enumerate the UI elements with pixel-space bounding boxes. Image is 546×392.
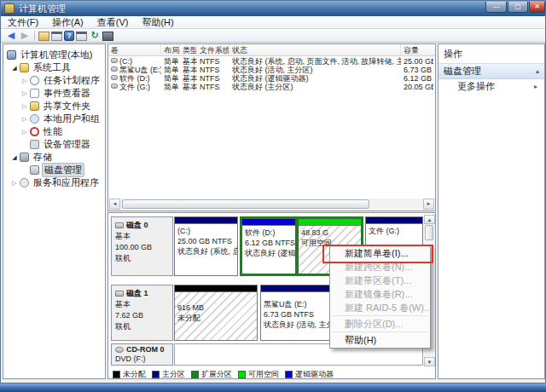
menu-separator bbox=[333, 315, 427, 316]
table-row-c[interactable]: (C:) 简单 基本 NTFS 状态良好 (系统, 启动, 页面文件, 活动, … bbox=[108, 57, 435, 66]
tree-item-label: 事件查看器 bbox=[42, 87, 92, 100]
expander-expanded-icon[interactable]: ◢ bbox=[10, 65, 19, 72]
legend-swatch bbox=[152, 371, 160, 378]
menu-file[interactable]: 文件(F) bbox=[1, 16, 45, 29]
title-bar: 计算机管理 bbox=[1, 1, 545, 16]
table-row-d[interactable]: 软件 (D:) 简单 基本 NTFS 状态良好 (逻辑驱动器) 6.12 GB bbox=[108, 74, 435, 83]
legend-swatch bbox=[113, 371, 120, 378]
tree-item-services-applications[interactable]: ▷ 服务和应用程序 bbox=[3, 176, 105, 189]
help-icon[interactable]: ? bbox=[64, 31, 74, 41]
volume-table-header: 卷 布局 类型 文件系统 状态 容量 bbox=[108, 44, 435, 56]
volume-icon bbox=[111, 84, 118, 89]
disk0-label[interactable]: 磁盘 0 基本 100.00 GB 联机 bbox=[111, 216, 173, 276]
computer-management-window: 计算机管理 — ▢ ✕ 文件(F) 操作(A) 查看(V) 帮助(H) ◀ ▶ … bbox=[0, 0, 546, 383]
tree-item-label-selected: 磁盘管理 bbox=[42, 163, 84, 177]
col-status[interactable]: 状态 bbox=[229, 44, 401, 55]
tree-item-shared-folders[interactable]: ▷ 共享文件夹 bbox=[3, 100, 105, 112]
properties-window-icon[interactable] bbox=[76, 32, 87, 41]
scroll-right-icon[interactable]: ► bbox=[423, 199, 434, 210]
toolbar: ◀ ▶ ? ↻ bbox=[1, 29, 545, 43]
minimize-button[interactable]: — bbox=[485, 2, 507, 13]
legend-swatch bbox=[191, 371, 199, 378]
scrollbar-thumb[interactable] bbox=[425, 225, 433, 240]
storage-icon bbox=[20, 153, 29, 162]
submenu-arrow-icon: ▸ bbox=[534, 83, 537, 90]
legend-item: 主分区 bbox=[152, 369, 185, 380]
primary-partition-strip bbox=[175, 217, 237, 224]
tree-item-computer-management[interactable]: 计算机管理(本地) bbox=[3, 49, 105, 61]
scroll-up-icon[interactable]: ▲ bbox=[424, 215, 435, 224]
actions-panel: 操作 磁盘管理 ▴ 更多操作 ▸ bbox=[438, 43, 545, 379]
scroll-down-icon[interactable]: ▼ bbox=[424, 357, 435, 366]
volume-icon bbox=[111, 58, 118, 63]
expander-collapsed-icon[interactable]: ▷ bbox=[20, 103, 29, 110]
scroll-left-icon[interactable]: ◄ bbox=[109, 199, 120, 210]
menu-bar: 文件(F) 操作(A) 查看(V) 帮助(H) bbox=[1, 16, 545, 29]
col-layout[interactable]: 布局 bbox=[161, 44, 180, 55]
disk-icon bbox=[115, 291, 124, 297]
tree-item-performance[interactable]: ▷ 性能 bbox=[3, 125, 105, 138]
menu-action[interactable]: 操作(A) bbox=[45, 16, 90, 29]
expander-expanded-icon[interactable]: ◢ bbox=[10, 154, 19, 161]
disk-icon bbox=[115, 222, 124, 228]
tree-item-label: 设备管理器 bbox=[42, 138, 92, 151]
partition-c[interactable]: (C:) 25.00 GB NTFS 状态良好 (系统, 启 bbox=[174, 216, 238, 276]
tree-item-system-tools[interactable]: ◢ 系统工具 bbox=[3, 61, 105, 74]
col-type[interactable]: 类型 bbox=[180, 44, 197, 55]
close-button[interactable]: ✕ bbox=[529, 2, 545, 13]
menu-item-new-simple-volume[interactable]: 新建简单卷(I)... bbox=[331, 246, 429, 260]
logical-drive-strip bbox=[242, 219, 295, 226]
expander-collapsed-icon[interactable]: ▷ bbox=[20, 78, 29, 84]
tree-item-event-viewer[interactable]: ▷ 事件查看器 bbox=[3, 87, 105, 100]
actions-title: 操作 bbox=[439, 44, 544, 64]
refresh-icon[interactable]: ↻ bbox=[89, 30, 101, 41]
tree-item-device-manager[interactable]: 设备管理器 bbox=[3, 138, 105, 151]
tree-item-disk-management[interactable]: 磁盘管理 bbox=[3, 164, 105, 176]
menu-item-help[interactable]: 帮助(H) bbox=[331, 333, 429, 347]
expander-collapsed-icon[interactable]: ▷ bbox=[20, 116, 29, 123]
maximize-button[interactable]: ▢ bbox=[508, 2, 528, 13]
show-hide-console-tree-icon[interactable] bbox=[51, 32, 62, 41]
toolbar-separator bbox=[34, 31, 35, 41]
col-volume[interactable]: 卷 bbox=[108, 44, 161, 55]
disk-management-icon bbox=[30, 165, 39, 175]
back-icon[interactable]: ◀ bbox=[5, 30, 17, 41]
services-icon bbox=[20, 178, 29, 187]
collapse-section-icon[interactable]: ▴ bbox=[536, 67, 539, 75]
cdrom-label[interactable]: CD-ROM 0 DVD (F:) bbox=[111, 343, 173, 366]
legend-swatch bbox=[285, 371, 293, 378]
legend-item: 未分配 bbox=[113, 369, 146, 380]
col-filesystem[interactable]: 文件系统 bbox=[197, 44, 229, 55]
tree-item-label: 存储 bbox=[32, 151, 54, 164]
expander-collapsed-icon[interactable]: ▷ bbox=[20, 90, 29, 97]
actions-section-disk-management[interactable]: 磁盘管理 ▴ bbox=[439, 64, 544, 79]
tree-item-local-users-groups[interactable]: ▷ 本地用户和组 bbox=[3, 112, 105, 125]
col-capacity[interactable]: 容量 bbox=[401, 44, 433, 55]
horizontal-scrollbar[interactable]: ◄ ► bbox=[109, 199, 434, 210]
event-viewer-icon bbox=[30, 89, 39, 98]
app-icon bbox=[4, 3, 15, 14]
table-row-e[interactable]: 黑鲨U盘 (E:) 简单 基本 NTFS 状态良好 (活动, 主分区) 6.73… bbox=[108, 66, 435, 74]
disk-console-icon[interactable] bbox=[102, 32, 113, 41]
forward-icon[interactable]: ▶ bbox=[19, 30, 31, 41]
volume-icon bbox=[111, 66, 118, 72]
tree-item-storage[interactable]: ◢ 存储 bbox=[3, 151, 105, 164]
tree-item-label: 任务计划程序 bbox=[42, 74, 102, 87]
menu-help[interactable]: 帮助(H) bbox=[135, 16, 180, 29]
cdrom-icon bbox=[115, 347, 124, 353]
expander-collapsed-icon[interactable]: ▷ bbox=[10, 180, 19, 187]
table-row-g[interactable]: 文件 (G:) 简单 基本 NTFS 状态良好 (主分区) 20.05 GB bbox=[108, 83, 435, 91]
tree-item-label: 计算机管理(本地) bbox=[19, 49, 94, 61]
more-actions-item[interactable]: 更多操作 ▸ bbox=[439, 79, 544, 94]
disk1-label[interactable]: 磁盘 1 基本 7.62 GB 联机 bbox=[111, 285, 173, 341]
unallocated-region[interactable]: 916 MB 未分配 bbox=[174, 285, 258, 341]
export-list-icon[interactable] bbox=[38, 32, 49, 41]
tree-item-task-scheduler[interactable]: ▷ 任务计划程序 bbox=[3, 74, 105, 87]
taskbar-strip[interactable] bbox=[0, 383, 546, 392]
menu-view[interactable]: 查看(V) bbox=[90, 16, 136, 29]
system-tools-icon bbox=[20, 63, 29, 72]
partition-d[interactable]: 软件 (D:) 6.12 GB NTFS 状态良好 (逻辑 bbox=[241, 218, 296, 274]
expander-collapsed-icon[interactable]: ▷ bbox=[20, 129, 29, 135]
scrollbar-thumb[interactable] bbox=[122, 199, 369, 209]
console-tree-panel: 计算机管理(本地) ◢ 系统工具 ▷ 任务计划程序 ▷ 事件查看器 ▷ 共享文件… bbox=[3, 43, 106, 379]
